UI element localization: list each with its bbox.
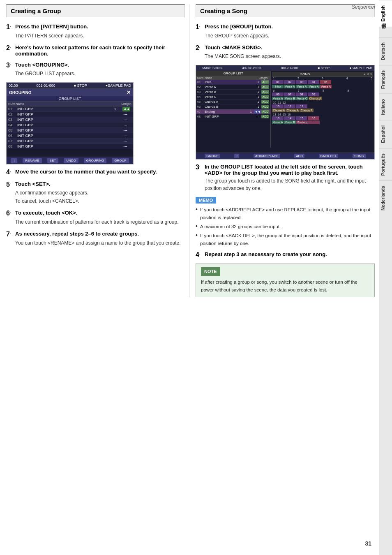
gs-row-5: 05: INIT GRP --- xyxy=(7,128,133,133)
grouping-screen: 02.00 001-01-000 ■ STOP ●SAMPLE PAD GROU… xyxy=(6,82,134,164)
lang-tab-espanol[interactable]: Español xyxy=(379,120,392,148)
step-3: 3. Touch <GROUPING>. The GROUP LIST appe… xyxy=(6,62,185,78)
ms-footer-add[interactable]: ADD xyxy=(294,154,304,158)
r-step-2-number: 2. xyxy=(196,44,203,52)
r-step-3-title: In the GROUP LIST located at the left si… xyxy=(205,164,375,176)
gs-footer-set[interactable]: SET xyxy=(47,158,59,163)
gs-row-8: 08: INIT GRP --- xyxy=(7,144,133,149)
step-5: 5. Touch <SET>. A confirmation message a… xyxy=(6,181,185,205)
r-step-1: 1. Press the [GROUP] button. The GROUP s… xyxy=(196,23,375,39)
r-step-4-title: Repeat step 3 as necessary to create you… xyxy=(205,251,327,257)
step-5-number: 5. xyxy=(6,181,14,188)
ms-footer-song[interactable]: SONG xyxy=(353,154,366,158)
gs-row-7: 07: INIT GRP --- xyxy=(7,139,133,144)
lang-tab-italiano[interactable]: Italiano xyxy=(379,94,392,120)
gs-footer-swap[interactable]: ↕ xyxy=(11,158,17,163)
step-7-desc: You can touch <RENAME> and assign a name… xyxy=(15,239,185,247)
gs-footer-group[interactable]: GROUP xyxy=(112,158,129,163)
step-7-title: As necessary, repeat steps 2–6 to create… xyxy=(15,231,139,237)
step-6-title: To execute, touch <OK>. xyxy=(15,210,77,216)
lang-tab-english[interactable]: English xyxy=(379,0,392,27)
memo-bullet-2: • A maximum of 32 groups can be input. xyxy=(196,223,375,230)
ms-group-row-4: 04:Verse C 1 ADD xyxy=(196,95,270,99)
right-column: Creating a Song 1. Press the [GROUP] but… xyxy=(189,4,379,297)
step-2: 2. Here's how to select patterns for eac… xyxy=(6,44,185,57)
step-1-title: Press the [PATTERN] button. xyxy=(15,23,88,30)
ms-group-row-6: 06:Chorus B 1 ADD xyxy=(196,104,270,109)
gs-sub-header: GROUP LIST xyxy=(7,96,133,102)
r-step-3: 3. In the GROUP LIST located at the left… xyxy=(196,164,375,192)
step-6-number: 6. xyxy=(6,210,14,217)
ms-group-row-7: 07:Ending 1 ◄◄ ADD xyxy=(196,109,270,114)
gs-row-6: 06: INIT GRP --- xyxy=(7,133,133,139)
step-3-desc: The GROUP LIST appears. xyxy=(15,70,185,77)
ms-footer-group[interactable]: GROUP xyxy=(205,154,220,158)
ms-group-row-5: 05:Chorus A 1 ADD xyxy=(196,99,270,104)
ms-footer-swap[interactable]: ↕ xyxy=(234,154,239,158)
r-step-3-number: 3. xyxy=(196,164,203,171)
r-step-4-number: 4. xyxy=(196,251,203,259)
ms-footer: GROUP ↕ ADD/REPLACE ADD BACK DEL SONG xyxy=(196,153,374,159)
step-5-desc-1: A confirmation message appears. xyxy=(15,189,185,197)
step-4-number: 4. xyxy=(6,169,14,176)
left-section-title: Creating a Group xyxy=(6,4,185,17)
memo-section: MEMO • If you touch <ADD/REPLACE> and us… xyxy=(196,197,375,247)
step-4-title: Move the cursor to the number that you w… xyxy=(15,169,157,175)
gs-row-4: 04: INIT GRP --- xyxy=(7,123,133,128)
memo-bullet-1: • If you touch <ADD/REPLACE> and use REP… xyxy=(196,206,375,221)
ms-group-row-2: 02:Verse A 1 ADD xyxy=(196,85,270,90)
r-step-1-title: Press the [GROUP] button. xyxy=(205,23,273,30)
step-2-number: 2. xyxy=(6,44,14,52)
gs-title-bar: GROUPING ✕ xyxy=(7,89,133,96)
step-7-number: 7. xyxy=(6,231,14,238)
memo-content: • If you touch <ADD/REPLACE> and use REP… xyxy=(196,206,375,247)
step-3-number: 3. xyxy=(6,62,14,69)
lang-tab-nederlands[interactable]: Nederlands xyxy=(379,180,392,215)
memo-bullet-3: • If you touch <BACK DEL>, the group at … xyxy=(196,232,375,247)
r-step-2: 2. Touch <MAKE SONG>. The MAKE SONG scre… xyxy=(196,44,375,60)
ms-group-row-3: 03:Verse B 1 ADD xyxy=(196,90,270,95)
memo-label: MEMO xyxy=(196,197,216,204)
r-step-2-title: Touch <MAKE SONG>. xyxy=(205,44,263,51)
step-2-title: Here's how to select patterns for each t… xyxy=(15,44,185,57)
ms-footer-add-replace[interactable]: ADD/REPLACE xyxy=(254,154,280,158)
page-number: 31 xyxy=(365,540,371,547)
step-1: 1. Press the [PATTERN] button. The PATTE… xyxy=(6,23,185,39)
step-6: 6. To execute, touch <OK>. The current c… xyxy=(6,210,185,226)
left-column: Creating a Group 1. Press the [PATTERN] … xyxy=(0,4,189,297)
step-1-desc: The PATTERN screen appears. xyxy=(15,32,185,39)
memo-bullet-1-text: If you touch <ADD/REPLACE> and use REPLA… xyxy=(200,206,375,221)
step-5-title: Touch <SET>. xyxy=(15,181,51,187)
sequencer-label: Sequencer xyxy=(352,4,376,10)
lang-tab-francais[interactable]: Français xyxy=(379,65,392,94)
lang-tab-portugues[interactable]: Português xyxy=(379,148,392,180)
lang-tab-deutsch[interactable]: Deutsch xyxy=(379,37,392,65)
step-3-title: Touch <GROUPING>. xyxy=(15,62,69,68)
ms-group-row-1: 01:Intro 1 ADD xyxy=(196,80,270,85)
gs-footer-undo[interactable]: UNDO xyxy=(64,158,78,163)
ms-group-list-header: GROUP LIST xyxy=(196,71,270,76)
step-1-number: 1. xyxy=(6,23,14,31)
memo-bullet-2-text: A maximum of 32 groups can be input. xyxy=(200,223,281,230)
r-step-1-number: 1. xyxy=(196,23,203,31)
ms-footer-back-del[interactable]: BACK DEL xyxy=(319,154,339,158)
r-step-4: 4. Repeat step 3 as necessary to create … xyxy=(196,251,375,259)
ms-song-header: SONG 2 3 4 xyxy=(272,72,373,77)
ms-header: ← MAKE SONG 4/4 ♩=120.00 001-01-000 ■ ST… xyxy=(196,65,374,71)
gs-row-3: 03: INIT GRP --- xyxy=(7,117,133,123)
step-7: 7. As necessary, repeat steps 2–6 to cre… xyxy=(6,231,185,247)
note-section: NOTE If after creating a group or song, … xyxy=(196,264,375,297)
r-step-1-desc: The GROUP screen appears. xyxy=(205,32,375,39)
gs-footer-grouping[interactable]: GROUPING xyxy=(84,158,107,163)
gs-header: 02.00 001-01-000 ■ STOP ●SAMPLE PAD xyxy=(7,83,133,89)
ms-group-row-8: 08:INIT GRP --- ADD xyxy=(196,114,270,119)
gs-footer-rename[interactable]: RENAME xyxy=(23,158,42,163)
gs-col-header: Num Name Length xyxy=(7,102,133,106)
memo-bullet-3-text: If you touch <BACK DEL>, the group at th… xyxy=(200,232,375,247)
gs-footer: ↕ RENAME SET UNDO GROUPING GROUP xyxy=(7,157,133,164)
lang-tab-japanese[interactable]: 日本語 xyxy=(379,27,392,37)
step-4: 4. Move the cursor to the number that yo… xyxy=(6,169,185,176)
gs-row-2: 02: INIT GRP --- xyxy=(7,112,133,117)
note-text: If after creating a group or song, you s… xyxy=(201,278,369,294)
step-5-desc-2: To cancel, touch <CANCEL>. xyxy=(15,197,185,205)
